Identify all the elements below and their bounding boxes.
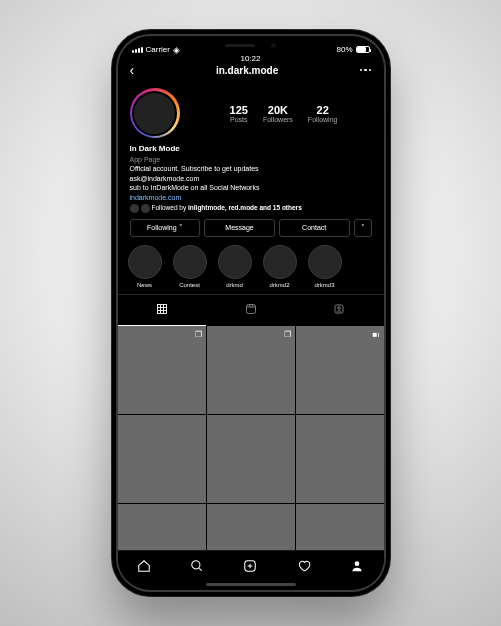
post-thumbnail[interactable] — [207, 504, 295, 550]
action-row: Following ˅ Message Contact ˅ — [118, 219, 384, 245]
bio-line: Official account. Subscribe to get updat… — [130, 164, 372, 173]
message-button[interactable]: Message — [204, 219, 275, 237]
grid-icon — [156, 303, 168, 315]
home-indicator[interactable] — [206, 583, 296, 586]
reels-icon — [245, 303, 257, 315]
post-thumbnail[interactable] — [296, 415, 384, 503]
post-thumbnail[interactable]: ❐ — [207, 326, 295, 414]
post-thumbnail[interactable]: ❐ — [118, 326, 206, 414]
svg-point-8 — [192, 560, 200, 568]
content-tabs — [118, 294, 384, 326]
highlight-icon — [128, 245, 162, 279]
suggest-button[interactable]: ˅ — [354, 219, 372, 237]
notch — [186, 36, 316, 54]
svg-line-9 — [199, 567, 202, 570]
highlight-icon — [308, 245, 342, 279]
followed-by[interactable]: Followed by inlightmode, red.mode and 15… — [130, 204, 372, 213]
post-thumbnail[interactable] — [296, 504, 384, 550]
tagged-icon — [333, 303, 345, 315]
svg-rect-0 — [157, 304, 166, 313]
contact-button[interactable]: Contact — [279, 219, 350, 237]
bio: In Dark Mode App Page Official account. … — [118, 142, 384, 219]
highlight-item[interactable]: Contest — [173, 245, 207, 288]
svg-rect-5 — [246, 304, 255, 313]
tab-grid[interactable] — [118, 295, 207, 326]
highlight-icon — [218, 245, 252, 279]
tab-tagged[interactable] — [295, 295, 384, 326]
bio-line: ask@indarkmode.com — [130, 174, 372, 183]
carrier-label: Carrier — [146, 45, 170, 54]
post-thumbnail[interactable] — [207, 415, 295, 503]
home-icon[interactable] — [137, 559, 151, 573]
following-button[interactable]: Following ˅ — [130, 219, 201, 237]
heart-icon[interactable] — [297, 559, 311, 573]
signal-icon — [132, 47, 143, 53]
video-icon: ■ı — [372, 330, 379, 339]
display-name: In Dark Mode — [130, 144, 372, 155]
stat-followers[interactable]: 20KFollowers — [263, 104, 293, 123]
highlight-item[interactable]: drkmd — [218, 245, 252, 288]
bottom-nav — [118, 550, 384, 580]
username-title: in.dark.mode — [216, 65, 278, 76]
posts-grid: ❐ ❐ ■ı — [118, 326, 384, 550]
stat-following[interactable]: 22Following — [308, 104, 338, 123]
screen: Carrier ◈ 10:22 80% ‹ in.dark.mode 125Po… — [118, 36, 384, 590]
bio-link[interactable]: indarkmode.com — [130, 193, 372, 202]
highlight-item[interactable]: drkmd3 — [308, 245, 342, 288]
category: App Page — [130, 155, 372, 164]
post-thumbnail[interactable] — [118, 504, 206, 550]
highlight-item[interactable]: drkmd2 — [263, 245, 297, 288]
post-thumbnail[interactable]: ■ı — [296, 326, 384, 414]
search-icon[interactable] — [190, 559, 204, 573]
svg-point-7 — [338, 307, 341, 310]
avatar-story-ring[interactable] — [130, 88, 180, 138]
profile-icon[interactable] — [350, 559, 364, 573]
avatar — [132, 91, 177, 136]
post-thumbnail[interactable] — [118, 415, 206, 503]
battery-icon — [356, 46, 370, 53]
battery-pct: 80% — [336, 45, 352, 54]
highlight-icon — [173, 245, 207, 279]
profile-header: 125Posts 20KFollowers 22Following — [118, 82, 384, 142]
highlights-row: News Contest drkmd drkmd2 drkmd3 — [118, 245, 384, 294]
svg-point-13 — [355, 561, 360, 566]
bio-line: sub to InDarkMode on all Social Networks — [130, 183, 372, 192]
highlight-icon — [263, 245, 297, 279]
wifi-icon: ◈ — [173, 45, 180, 55]
stat-posts[interactable]: 125Posts — [230, 104, 248, 123]
mini-avatar-icon — [130, 204, 139, 213]
multi-post-icon: ❐ — [284, 330, 291, 339]
phone-frame: Carrier ◈ 10:22 80% ‹ in.dark.mode 125Po… — [112, 30, 390, 596]
mini-avatar-icon — [141, 204, 150, 213]
add-icon[interactable] — [243, 559, 257, 573]
tab-reels[interactable] — [206, 295, 295, 326]
clock: 10:22 — [240, 54, 260, 63]
back-button[interactable]: ‹ — [130, 62, 135, 78]
highlight-item[interactable]: News — [128, 245, 162, 288]
more-options-button[interactable] — [360, 69, 372, 72]
multi-post-icon: ❐ — [195, 330, 202, 339]
